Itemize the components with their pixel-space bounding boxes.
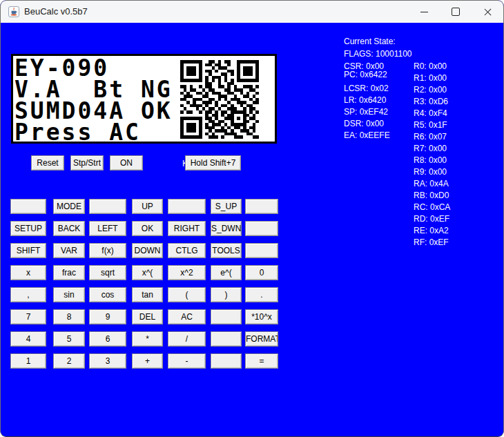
key-4[interactable]: 4 xyxy=(10,331,46,347)
register-rf: RF: 0xEF xyxy=(414,237,449,247)
key-s-up[interactable]: S_UP xyxy=(211,199,242,214)
sp-value: SP: 0xEF42 xyxy=(344,107,388,117)
minimize-icon xyxy=(420,12,428,12)
key-symbol[interactable]: ( xyxy=(168,287,206,302)
register-rc: RC: 0xCA xyxy=(414,202,450,212)
key-tools[interactable]: TOOLS xyxy=(211,243,242,258)
key-symbol[interactable]: , xyxy=(10,287,46,302)
key-right[interactable]: RIGHT xyxy=(168,221,206,236)
maximize-button[interactable] xyxy=(440,1,472,23)
key-sqrt[interactable]: sqrt xyxy=(89,265,126,280)
key-6[interactable]: 6 xyxy=(89,331,126,347)
register-rd: RD: 0xEF xyxy=(414,214,449,224)
key-blank[interactable] xyxy=(245,243,278,258)
key-blank[interactable] xyxy=(211,309,242,324)
key-0[interactable]: 0 xyxy=(245,265,278,280)
key-symbol[interactable]: - xyxy=(168,353,206,369)
hold-shift-7-button[interactable]: Hold Shift+7 xyxy=(185,155,241,171)
key-5[interactable]: 5 xyxy=(53,331,85,347)
flags-value: FLAGS: 10001100 xyxy=(344,49,412,59)
key-2[interactable]: 2 xyxy=(53,353,85,369)
minimize-button[interactable] xyxy=(408,1,440,23)
key-blank[interactable] xyxy=(245,221,278,236)
key-ctlg[interactable]: CTLG xyxy=(168,243,206,258)
key-left[interactable]: LEFT xyxy=(89,221,126,236)
lr-value: LR: 0x6420 xyxy=(344,95,386,105)
key-mode[interactable]: MODE xyxy=(53,199,85,214)
key-7[interactable]: 7 xyxy=(10,309,46,324)
key-9[interactable]: 9 xyxy=(89,309,126,324)
register-ra: RA: 0x4A xyxy=(414,179,449,188)
register-r9: R9: 0x00 xyxy=(414,167,447,177)
key-symbol[interactable]: ) xyxy=(211,287,242,302)
key-x[interactable]: x^( xyxy=(132,265,163,280)
on-button[interactable]: ON xyxy=(110,155,143,171)
key-ac[interactable]: AC xyxy=(168,309,206,324)
key-tan[interactable]: tan xyxy=(132,287,163,302)
key-3[interactable]: 3 xyxy=(89,353,126,369)
register-r6: R6: 0x07 xyxy=(414,132,447,142)
register-r7: R7: 0x00 xyxy=(414,144,447,153)
key-s-dwn[interactable]: S_DWN xyxy=(211,221,242,236)
key-cos[interactable]: cos xyxy=(89,287,126,302)
key-var[interactable]: VAR xyxy=(53,243,85,258)
key-8[interactable]: 8 xyxy=(53,309,85,324)
key-format[interactable]: FORMAT xyxy=(245,331,278,347)
key-x[interactable]: x xyxy=(10,265,46,280)
key-symbol[interactable]: = xyxy=(245,353,278,369)
key-symbol[interactable]: * xyxy=(132,331,163,347)
register-r2: R2: 0x00 xyxy=(414,85,447,95)
pc-value: PC: 0x6422 xyxy=(344,70,387,79)
register-r0: R0: 0x00 xyxy=(414,61,447,71)
maximize-icon xyxy=(452,8,460,16)
window-controls xyxy=(408,1,503,23)
dsr-value: DSR: 0x00 xyxy=(344,119,384,128)
qr-code xyxy=(180,60,259,139)
key-symbol[interactable]: + xyxy=(132,353,163,369)
key-f-x[interactable]: f(x) xyxy=(89,243,126,258)
key-shift[interactable]: SHIFT xyxy=(10,243,46,258)
key-10-x[interactable]: *10^x xyxy=(245,309,278,324)
lcd-line-4: Press AC xyxy=(14,122,141,143)
window-titlebar[interactable]: BeuCalc v0.5b7 xyxy=(1,1,503,23)
key-1[interactable]: 1 xyxy=(10,353,46,369)
register-r8: R8: 0x00 xyxy=(414,155,447,165)
key-frac[interactable]: frac xyxy=(53,265,85,280)
key-ok[interactable]: OK xyxy=(132,221,163,236)
key-up[interactable]: UP xyxy=(132,199,163,214)
stp-strt-button[interactable]: Stp/Strt xyxy=(70,155,104,171)
client-area: EY-090V.A Bt NGSUMD04A OKPress AC KI: 11… xyxy=(1,23,504,437)
reset-button[interactable]: Reset xyxy=(31,155,64,171)
key-blank[interactable] xyxy=(10,199,46,214)
app-window: BeuCalc v0.5b7 EY-090V.A Bt NGSUMD04A OK… xyxy=(0,0,504,437)
key-symbol[interactable]: / xyxy=(168,331,206,347)
lcsr-value: LCSR: 0x02 xyxy=(344,84,389,93)
register-r1: R1: 0x00 xyxy=(414,73,447,83)
key-blank[interactable] xyxy=(89,199,126,214)
key-blank[interactable] xyxy=(245,199,278,214)
register-r4: R4: 0xF4 xyxy=(414,108,447,118)
key-down[interactable]: DOWN xyxy=(132,243,163,258)
register-r3: R3: 0xD6 xyxy=(414,97,448,106)
key-sin[interactable]: sin xyxy=(53,287,85,302)
key-del[interactable]: DEL xyxy=(132,309,163,324)
close-icon xyxy=(483,8,492,17)
close-button[interactable] xyxy=(472,1,503,23)
key-symbol[interactable]: . xyxy=(245,287,278,302)
key-back[interactable]: BACK xyxy=(53,221,85,236)
key-e[interactable]: e^( xyxy=(211,265,242,280)
register-re: RE: 0xA2 xyxy=(414,226,449,235)
key-blank[interactable] xyxy=(211,353,242,369)
key-blank[interactable] xyxy=(211,331,242,347)
state-panel-title: Current State: xyxy=(344,37,396,46)
java-app-icon xyxy=(8,6,19,17)
register-rb: RB: 0xD0 xyxy=(414,191,449,200)
key-blank[interactable] xyxy=(168,199,206,214)
key-x-2[interactable]: x^2 xyxy=(168,265,206,280)
register-r5: R5: 0x1F xyxy=(414,120,447,130)
lcd-display: EY-090V.A Bt NGSUMD04A OKPress AC xyxy=(11,54,277,144)
window-title: BeuCalc v0.5b7 xyxy=(24,1,88,23)
key-setup[interactable]: SETUP xyxy=(10,221,46,236)
ea-value: EA: 0xEEFE xyxy=(344,130,390,140)
